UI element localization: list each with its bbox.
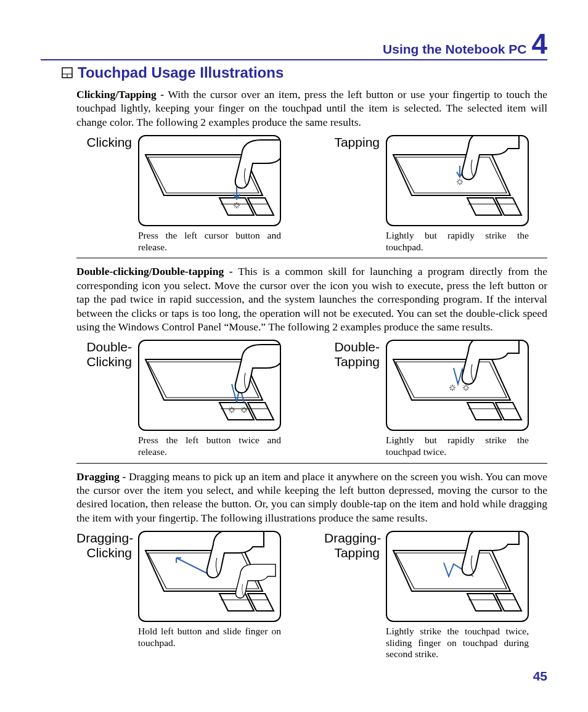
section-title-row: Touchpad Usage Illustrations	[62, 64, 547, 81]
row-dragging: Dragging-Clicking Hold left button and s…	[76, 531, 547, 660]
para2-lead: Double-clicking/Double-tapping -	[76, 265, 238, 277]
label-dragging-tapping: Dragging-Tapping	[324, 531, 380, 660]
chapter-title: Using the Notebook PC	[383, 42, 526, 57]
illus-double-tapping	[386, 340, 529, 431]
illus-dragging-clicking	[138, 531, 281, 622]
separator-2	[76, 463, 547, 464]
cell-tapping: Tapping Lightly but rapidly strike the t…	[324, 135, 547, 253]
cell-dragging-clicking: Dragging-Clicking Hold left button and s…	[76, 531, 300, 660]
para1-lead: Clicking/Tapping -	[76, 88, 168, 100]
paragraph-clicking: Clicking/Tapping - With the cursor over …	[76, 88, 547, 129]
label-double-clicking: Double-Clicking	[76, 340, 132, 457]
caption-tapping: Lightly but rapidly strike the touchpad.	[386, 230, 529, 253]
page-number: 45	[533, 669, 547, 684]
illus-clicking	[138, 135, 281, 226]
paragraph-doubleclick: Double-clicking/Double-tapping - This is…	[76, 264, 547, 333]
cell-dragging-tapping: Dragging-Tapping Lightly strike the touc…	[324, 531, 547, 660]
chapter-number: 4	[531, 30, 547, 58]
caption-clicking: Press the left cursor button and release…	[138, 230, 281, 253]
caption-dragging-clicking: Hold left button and slide finger on tou…	[138, 626, 281, 649]
illus-tapping	[386, 135, 529, 226]
section-title: Touchpad Usage Illustrations	[78, 64, 284, 81]
caption-double-tapping: Lightly but rapidly strike the touchpad …	[386, 435, 529, 457]
paragraph-dragging: Dragging - Dragging means to pick up an …	[76, 470, 547, 525]
cell-double-tapping: Double-Tapping Lightly but rapidly strik…	[324, 340, 547, 457]
label-dragging-clicking: Dragging-Clicking	[76, 531, 132, 660]
caption-dragging-tapping: Lightly strike the touchpad twice, slidi…	[386, 626, 529, 660]
separator-1	[76, 258, 547, 258]
label-clicking: Clicking	[76, 135, 132, 253]
chapter-header: Using the Notebook PC 4	[41, 30, 547, 60]
illus-dragging-tapping	[386, 531, 529, 622]
caption-double-clicking: Press the left button twice and release.	[138, 435, 281, 457]
title-icon	[62, 67, 73, 78]
label-double-tapping: Double-Tapping	[324, 340, 380, 457]
row-click-tap: Clicking Press the left cursor button an…	[76, 135, 547, 253]
cell-clicking: Clicking Press the left cursor button an…	[76, 135, 300, 253]
row-double: Double-Clicking Press the left button tw…	[76, 340, 547, 457]
para3-body: Dragging means to pick up an item and pl…	[76, 470, 547, 524]
cell-double-clicking: Double-Clicking Press the left button tw…	[76, 340, 300, 457]
label-tapping: Tapping	[324, 135, 380, 253]
para3-lead: Dragging -	[76, 470, 129, 483]
illus-double-clicking	[138, 340, 281, 431]
